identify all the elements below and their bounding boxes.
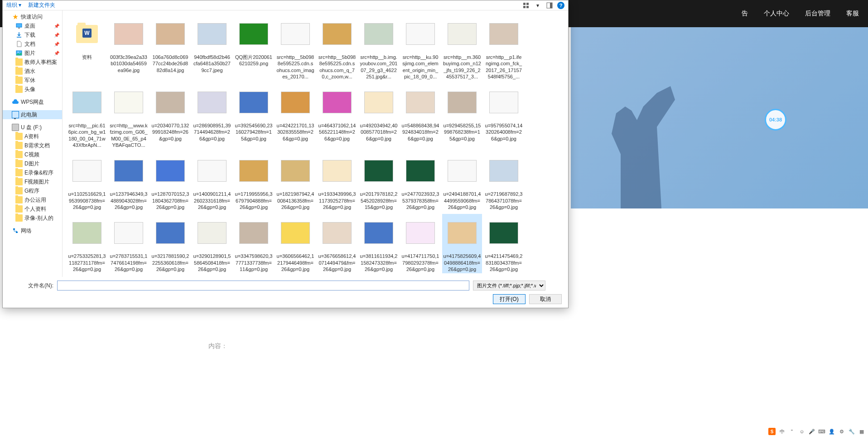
file-item[interactable]: u=1400901211,42602331618fm=26&gp=0.jpg	[192, 152, 232, 211]
file-item[interactable]: u=286908951,39714494628fm=26&gp=0.jpg	[192, 83, 232, 149]
sidebar-e-rec[interactable]: E录像&程序	[6, 168, 62, 177]
file-item[interactable]: u=20340770,13299918248fm=26&gp=0.jpg	[150, 83, 190, 149]
ime-mode[interactable]: 中	[778, 428, 786, 435]
file-item[interactable]: u=1933439996,31173925278fm=26&gp=0.jpg	[317, 152, 357, 211]
file-item[interactable]: src=http__5b0988e595225.cdn.sohucs.com_q…	[317, 15, 357, 81]
filename-input[interactable]	[57, 281, 469, 291]
sidebar-f-vidpic[interactable]: F视频图片	[6, 177, 62, 186]
organize-menu[interactable]: 组织 ▾	[6, 1, 21, 9]
file-item[interactable]: u=2783715531,17476614198fm=26&gp=0.jpg	[109, 214, 149, 273]
emoji-icon[interactable]: ☺	[798, 428, 805, 435]
file-item[interactable]: u=392545690,23160279428fm=15&gp=0.jpg	[234, 83, 274, 149]
folder-icon	[15, 86, 23, 93]
cancel-button[interactable]: 取消	[529, 294, 562, 304]
file-item[interactable]: u=2719687892,37864371078fm=26&gp=0.jpg	[484, 152, 524, 211]
folder-icon	[15, 187, 23, 194]
file-item[interactable]: src=http__ku.90sjimg.com_element_origin_…	[400, 15, 440, 81]
sidebar-g-prog[interactable]: G程序	[6, 186, 62, 195]
file-grid[interactable]: 资料003f3c39ea2a33b01030da54659ea96e.jpg10…	[63, 10, 568, 277]
file-name-label: u=2719687892,37864371078fm=26&gp=0.jpg	[485, 191, 523, 210]
file-item[interactable]: 940fbdf58d2b46cfa6481a350b279cc7.jpeg	[192, 15, 232, 81]
toolbox-icon[interactable]: 🔧	[848, 428, 855, 435]
file-item[interactable]: u=3811611934,21582473328fm=26&gp=0.jpg	[359, 214, 399, 273]
sidebar-a-data[interactable]: A资料	[6, 132, 62, 141]
file-name-label: 106a760d8c06977cc24bde26d882d8a14.jpg	[151, 54, 189, 73]
nav-item-report[interactable]: 告	[742, 10, 748, 18]
file-item[interactable]: u=2753325281,31182731178fm=26&gp=0.jpg	[67, 214, 107, 273]
grid-icon[interactable]: ▦	[858, 428, 865, 435]
nav-item-profile[interactable]: 个人中心	[764, 10, 789, 18]
file-item[interactable]: u=3676658612,4071449479&fm=26&gp=0.jpg	[317, 214, 357, 273]
keyboard-icon[interactable]: ⌨	[818, 428, 825, 435]
nav-item-admin[interactable]: 后台管理	[805, 10, 830, 18]
sogou-ime-icon[interactable]: S	[768, 428, 776, 435]
file-item[interactable]: u=3290128901,55864508418fm=26&gp=0.jpg	[192, 214, 232, 273]
mic-icon[interactable]: 🎤	[808, 428, 815, 435]
file-item[interactable]: u=464371062,14565221148fm=26&gp=0.jpg	[317, 83, 357, 149]
file-item[interactable]: u=2017978182,25452028928fm=15&gp=0.jpg	[359, 152, 399, 211]
file-name-label: u=3676658612,4071449479&fm=26&gp=0.jpg	[318, 253, 356, 272]
file-item[interactable]: u=3347598620,37771337738fm=11&gp=0.jpg	[234, 214, 274, 273]
file-name-label: u=3347598620,37771337738fm=11&gp=0.jpg	[235, 253, 273, 272]
open-button[interactable]: 打开(O)	[493, 294, 526, 304]
file-item[interactable]: u=929458255,15998768238fm=15&gp=0.jpg	[442, 83, 482, 149]
file-item[interactable]: 003f3c39ea2a33b01030da54659ea96e.jpg	[109, 15, 149, 81]
file-item[interactable]: u=1237946349,34889043028fm=26&gp=0.jpg	[109, 152, 149, 211]
file-item[interactable]: u=492034942,40008577018fm=26&gp=0.jpg	[359, 83, 399, 149]
sidebar-pictures[interactable]: 图片📌	[6, 48, 62, 58]
view-mode-icon[interactable]	[522, 1, 530, 10]
nav-item-support[interactable]: 客服	[846, 10, 859, 18]
file-item[interactable]: src=http__m.360buyimg.com_n12_jfs_t199_2…	[442, 15, 482, 81]
preview-pane-icon[interactable]	[545, 1, 554, 10]
sidebar-downloads[interactable]: 下载📌	[6, 30, 62, 39]
file-item[interactable]: u=3217881590,22255360618fm=26&gp=0.jpg	[150, 214, 190, 273]
file-item[interactable]: u=4174711750,17980292378fm=26&gp=0.jpg	[400, 214, 440, 273]
new-folder-button[interactable]: 新建文件夹	[28, 1, 55, 9]
file-item[interactable]: u=424221701,13302835558fm=26&gp=0.jpg	[275, 83, 315, 149]
ime-punct-icon[interactable]: "	[788, 428, 796, 435]
file-item[interactable]: u=1719955956,36797904888fm=26&gp=0.jpg	[234, 152, 274, 211]
file-item[interactable]: u=1287070152,31804362708fm=26&gp=0.jpg	[150, 152, 190, 211]
user-icon[interactable]: 👤	[828, 428, 835, 435]
sidebar-desktop[interactable]: 桌面📌	[6, 21, 62, 30]
help-icon[interactable]: ?	[557, 2, 564, 9]
sidebar-b-docs[interactable]: B需求文档	[6, 141, 62, 150]
sidebar-d-pics[interactable]: D图片	[6, 159, 62, 168]
sidebar-recordings[interactable]: 录像-别人的	[6, 213, 62, 223]
sidebar-documents[interactable]: 文档📌	[6, 39, 62, 48]
file-item[interactable]: src=http__p1.ifengimg.com_fck_2017_26_17…	[484, 15, 524, 81]
sidebar-avatar[interactable]: 头像	[6, 85, 62, 94]
file-item[interactable]: src=http__pic.616pic.com_bg_w1180_00_04_…	[67, 83, 107, 149]
sidebar-junxiu[interactable]: 军休	[6, 76, 62, 85]
file-item[interactable]: u=4175825609,40498886418fm=26&gp=0.jpg	[442, 214, 482, 273]
sidebar-wps[interactable]: WPS网盘	[3, 97, 62, 107]
file-item[interactable]: 106a760d8c06977cc24bde26d882d8a14.jpg	[150, 15, 190, 81]
sidebar-teacher-files[interactable]: 教师人事档案	[6, 58, 62, 67]
sidebar-office[interactable]: 办公运用	[6, 195, 62, 204]
file-item[interactable]: u=548868438,94924834018fm=26&gp=0.jpg	[400, 83, 440, 149]
view-dropdown-icon[interactable]: ▾	[534, 1, 542, 10]
file-item[interactable]: u=2477023932,35379378358fm=26&gp=0.jpg	[400, 152, 440, 211]
pin-icon: 📌	[54, 51, 59, 56]
file-item[interactable]: src=http__b.img.youbov.com_20107_29_g3_4…	[359, 15, 399, 81]
file-item[interactable]: u=1821987942,40084136358fm=26&gp=0.jpg	[275, 152, 315, 211]
file-item[interactable]: QQ图片20200616210259.png	[234, 15, 274, 81]
sidebar-this-pc[interactable]: 此电脑	[3, 110, 62, 119]
file-item[interactable]: src=http__www.kfzimg.com_G06_M00_0E_65_p…	[109, 83, 149, 149]
file-item[interactable]: u=1102516629,19539908738fm=26&gp=0.jpg	[67, 152, 107, 211]
sidebar-jiushui[interactable]: 酒水	[6, 67, 62, 76]
filetype-select[interactable]: 图片文件 (*.tiff;*.pjp;*.jfif;*.wel ▾	[473, 281, 545, 291]
file-thumbnail	[277, 84, 313, 121]
sidebar-udisk[interactable]: U 盘 (F:)	[3, 123, 62, 132]
file-item[interactable]: 资料	[67, 15, 107, 81]
sidebar-network[interactable]: 网络	[3, 226, 62, 235]
file-item[interactable]: u=4211475469,28318034378fm=26&gp=0.jpg	[484, 214, 524, 273]
settings-icon[interactable]: ⚙	[838, 428, 845, 435]
file-item[interactable]: u=2494188701,44499559068fm=26&gp=0.jpg	[442, 152, 482, 211]
sidebar-personal[interactable]: 个人资料	[6, 204, 62, 213]
file-item[interactable]: u=3606566462,12179446498fm=26&gp=0.jpg	[275, 214, 315, 273]
sidebar-c-video[interactable]: C视频	[6, 150, 62, 159]
sidebar-quick-access[interactable]: 快速访问	[3, 12, 62, 21]
file-item[interactable]: src=http__5b0988e595225.cdn.sohucs.com_i…	[275, 15, 315, 81]
file-item[interactable]: u=957955074,14320264008fm=26&gp=0.jpg	[484, 83, 524, 149]
